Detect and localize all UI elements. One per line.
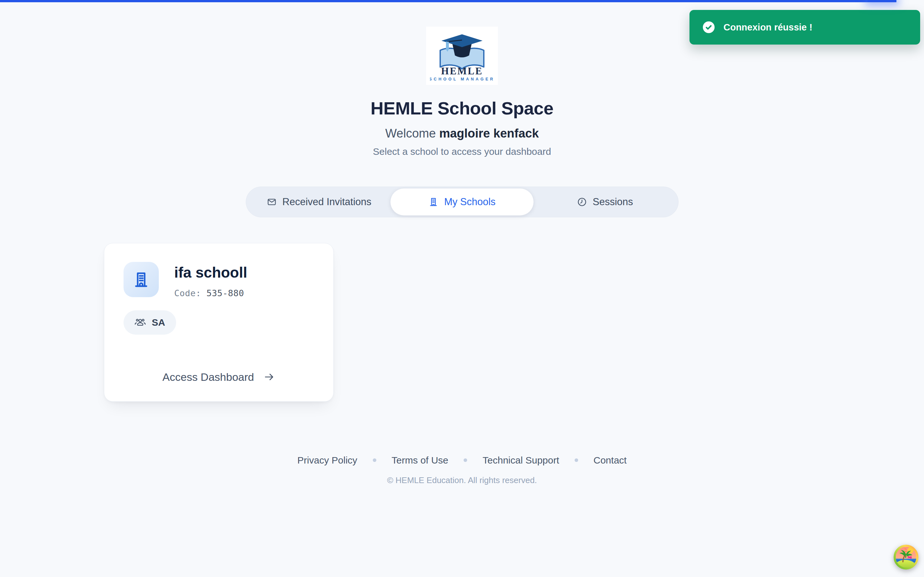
tab-sessions[interactable]: Sessions (533, 189, 677, 215)
page-loading-bar (0, 0, 897, 2)
role-badge-label: SA (152, 317, 165, 328)
tab-received-invitations[interactable]: Received Invitations (248, 189, 391, 215)
tab-label: Received Invitations (282, 196, 371, 208)
logo-wordmark: HEMLE (441, 65, 483, 77)
role-badge-sa: SA (124, 310, 176, 335)
school-card-header: ifa schooll Code: 535-880 (124, 262, 314, 298)
tab-my-schools[interactable]: My Schools (391, 189, 533, 215)
footer-link-privacy-policy[interactable]: Privacy Policy (297, 455, 357, 466)
separator-dot (464, 458, 467, 462)
tab-label: My Schools (444, 196, 495, 208)
school-code: Code: 535-880 (174, 288, 247, 298)
welcome-prefix: Welcome (385, 127, 436, 140)
app-logo: HEMLE SCHOOL MANAGER (426, 27, 498, 85)
school-icon-tile (124, 262, 159, 297)
page-title: HEMLE School Space (371, 98, 553, 118)
role-badges: SA (124, 310, 314, 335)
school-code-label: Code: (174, 288, 201, 298)
users-icon (134, 317, 146, 328)
separator-dot (575, 458, 578, 462)
separator-dot (373, 458, 376, 462)
welcome-line: Welcome magloire kenfack (385, 127, 539, 140)
toast-message: Connexion réussie ! (724, 22, 813, 33)
logo-tagline: SCHOOL MANAGER (430, 77, 494, 81)
school-card-titles: ifa schooll Code: 535-880 (174, 262, 247, 298)
page-subtitle: Select a school to access your dashboard (373, 146, 551, 157)
footer-links: Privacy Policy Terms of Use Technical Su… (297, 455, 627, 466)
school-space-page: HEMLE SCHOOL MANAGER HEMLE School Space … (0, 0, 924, 485)
success-toast[interactable]: Connexion réussie ! (690, 10, 920, 45)
copyright-notice: © HEMLE Education. All rights reserved. (387, 475, 537, 485)
school-name: ifa schooll (174, 265, 247, 280)
tropical-island-badge-icon[interactable] (893, 545, 919, 570)
building-icon (132, 270, 150, 289)
school-card[interactable]: ifa schooll Code: 535-880 (104, 243, 334, 402)
schools-grid: ifa schooll Code: 535-880 (104, 243, 820, 402)
tab-label: Sessions (593, 196, 633, 208)
user-name: magloire kenfack (439, 127, 539, 140)
access-dashboard-label: Access Dashboard (162, 371, 254, 384)
building-icon (428, 197, 439, 207)
access-dashboard-button[interactable]: Access Dashboard (124, 371, 314, 384)
footer-link-technical-support[interactable]: Technical Support (483, 455, 559, 466)
clock-icon (577, 197, 587, 207)
footer-link-contact[interactable]: Contact (594, 455, 627, 466)
footer-link-terms-of-use[interactable]: Terms of Use (392, 455, 449, 466)
check-circle-icon (702, 20, 716, 34)
school-code-value: 535-880 (207, 288, 244, 298)
arrow-right-icon (263, 371, 275, 383)
mail-icon (267, 197, 277, 207)
tab-bar: Received Invitations My Schools Sessions (246, 187, 678, 218)
hemle-logo-graphic: HEMLE SCHOOL MANAGER (430, 31, 494, 81)
